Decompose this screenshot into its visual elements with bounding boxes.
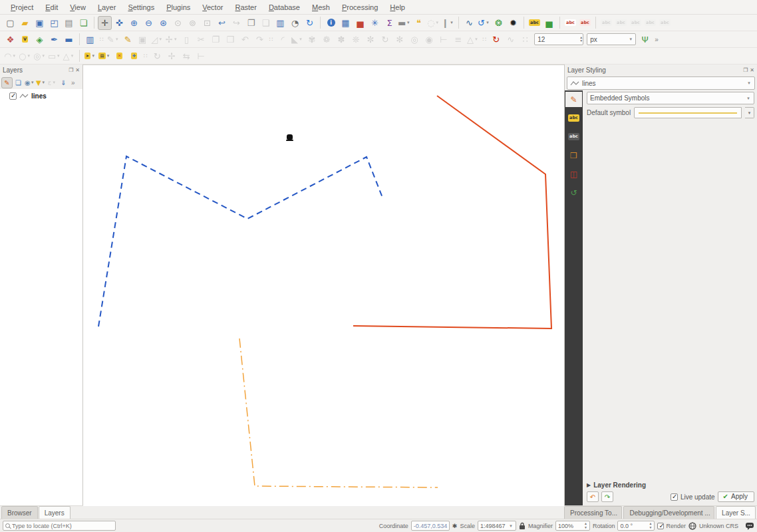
tab-layer-s[interactable]: Layer S... xyxy=(716,506,756,519)
new-virtual-layer-icon[interactable]: ▬ xyxy=(62,33,76,47)
change-label-properties-icon[interactable]: abc xyxy=(658,16,672,30)
close-icon[interactable]: ✕ xyxy=(75,67,80,73)
undo-icon[interactable]: ↶ xyxy=(238,33,252,47)
zoom-native-icon[interactable]: ⊡ xyxy=(200,16,214,30)
python-console-icon[interactable]: ∿ xyxy=(462,16,476,30)
measure-line-icon[interactable]: ▬▾ xyxy=(397,16,411,30)
toolbar-handle[interactable]: ∷ xyxy=(269,36,273,43)
show-statistics-icon[interactable]: Σ xyxy=(382,16,396,30)
undock-icon[interactable]: ❐ xyxy=(743,67,748,73)
style-undo-button[interactable]: ↶ xyxy=(587,491,599,502)
filter-legend-icon[interactable]: ▼▾ xyxy=(35,77,47,88)
history-tab[interactable]: ↺ xyxy=(565,185,582,200)
menu-raster[interactable]: Raster xyxy=(229,2,261,13)
filter-by-expression-icon[interactable]: ε▾ xyxy=(47,77,58,88)
symbol-dropdown-button[interactable]: ▾ xyxy=(745,107,754,118)
messages-icon[interactable] xyxy=(745,522,754,530)
layer-labeling-icon[interactable]: abc xyxy=(528,16,541,30)
enable-tracing-icon[interactable]: ◜ xyxy=(275,33,289,47)
coordinate-input[interactable]: -0.457,0.534 xyxy=(411,521,450,531)
vertex-tool-icon[interactable]: ◣▾ xyxy=(290,33,304,47)
simplify-feature-icon[interactable]: ✻ xyxy=(392,33,406,47)
cut-features-icon[interactable]: ✂ xyxy=(194,33,208,47)
smooth-feature-icon[interactable]: △▾ xyxy=(466,33,480,47)
move-label-icon[interactable]: abc xyxy=(629,16,643,30)
rotate-label-icon[interactable]: abc xyxy=(643,16,657,30)
layer-diagram-icon[interactable]: ▅ xyxy=(542,16,556,30)
dash-space-pattern-icon[interactable]: ∷ xyxy=(518,33,532,47)
default-symbol-preview[interactable] xyxy=(634,107,742,118)
undock-icon[interactable]: ❐ xyxy=(69,67,73,73)
draw-rectangle-icon[interactable]: ▭▾ xyxy=(47,49,61,63)
open-attribute-table-icon[interactable]: ▦ xyxy=(339,16,353,30)
text-annotation-icon[interactable]: ❙▾ xyxy=(441,16,455,30)
circular-string-icon[interactable]: ◠▾ xyxy=(3,49,17,63)
open-layer-styling-icon[interactable]: ✎ xyxy=(1,77,13,88)
merge-features-icon[interactable]: ❊ xyxy=(349,33,363,47)
layer-item-lines[interactable]: lines xyxy=(1,92,81,100)
menu-plugins[interactable]: Plugins xyxy=(161,2,196,13)
menu-mesh[interactable]: Mesh xyxy=(307,2,335,13)
save-layer-edits-icon[interactable]: ▣ xyxy=(136,33,150,47)
add-ring-icon[interactable]: ◎ xyxy=(407,33,421,47)
symbology-tab[interactable]: ✎ xyxy=(565,92,582,107)
rotate-feature-icon[interactable]: ↻ xyxy=(378,33,392,47)
show-hidden-labels-icon[interactable]: abc xyxy=(599,16,613,30)
layers-overflow-button[interactable]: » xyxy=(69,79,77,86)
highlight-pinned-labels-icon[interactable]: abc xyxy=(578,16,592,30)
live-update-toggle[interactable]: Live update xyxy=(671,493,715,501)
split-features-icon[interactable]: ❁ xyxy=(319,33,333,47)
style-manager-icon[interactable]: ❏ xyxy=(76,16,90,30)
temporal-controller-icon[interactable]: ◔ xyxy=(288,16,302,30)
new-project-icon[interactable]: ▢ xyxy=(3,16,17,30)
discard-edits-icon[interactable]: ↻ xyxy=(489,33,503,47)
add-feature-icon[interactable]: ◿▾ xyxy=(150,33,164,47)
new-annotation-icon[interactable]: ◌▾ xyxy=(426,16,440,30)
render-toggle[interactable]: Render xyxy=(657,523,686,529)
draw-ellipse-icon[interactable]: ◎▾ xyxy=(33,49,47,63)
save-project-as-icon[interactable]: ◰ xyxy=(47,16,61,30)
font-unit-combo[interactable]: px▾ xyxy=(587,33,636,45)
menu-layer[interactable]: Layer xyxy=(92,2,122,13)
apply-button[interactable]: ✔ Apply xyxy=(718,491,754,502)
menu-project[interactable]: Project xyxy=(5,2,39,13)
toolbar-handle[interactable]: ∷ xyxy=(144,53,148,59)
style-redo-button[interactable]: ↷ xyxy=(601,491,613,502)
menu-view[interactable]: View xyxy=(65,2,91,13)
toolbar-overflow-button[interactable]: » xyxy=(653,36,661,43)
magnifier-spin[interactable]: 100% ▲▼ xyxy=(555,521,590,531)
extents-toggle-icon[interactable]: ✱ xyxy=(452,523,458,529)
zoom-in-icon[interactable]: ⊕ xyxy=(127,16,141,30)
new-print-layout-icon[interactable]: ▤ xyxy=(62,16,76,30)
select-features-icon[interactable]: ➤▾ xyxy=(83,49,97,63)
tab-layers[interactable]: Layers xyxy=(39,506,71,519)
zoom-to-layer-icon[interactable]: ⊚ xyxy=(186,16,200,30)
rotate-point-symbols-icon[interactable]: ↻ xyxy=(150,49,164,63)
layer-rendering-section[interactable]: ▶ Layer Rendering xyxy=(587,481,754,489)
qgis-plugin-icon[interactable]: ❂ xyxy=(492,16,506,30)
pan-to-selection-icon[interactable]: ✜ xyxy=(112,16,126,30)
save-project-icon[interactable]: ▣ xyxy=(33,16,47,30)
delete-selected-icon[interactable]: ▯ xyxy=(180,33,194,47)
menu-database[interactable]: Database xyxy=(263,2,305,13)
styling-layer-select[interactable]: lines ▾ xyxy=(567,76,755,90)
diagrams-tab[interactable]: ◫ xyxy=(565,166,582,182)
tab-processing-to[interactable]: Processing To... xyxy=(564,506,622,519)
refresh-map-icon[interactable]: ↻ xyxy=(303,16,317,30)
offset-curve-icon[interactable]: ⊢ xyxy=(436,33,450,47)
3d-view-tab[interactable]: ❒ xyxy=(565,148,582,163)
merge-attributes-icon[interactable]: ✼ xyxy=(363,33,377,47)
lock-icon[interactable] xyxy=(519,522,526,530)
close-icon[interactable]: ✕ xyxy=(750,67,754,73)
expand-collapse-all-icon[interactable]: ⇓ xyxy=(58,77,69,88)
map-canvas[interactable] xyxy=(83,65,564,505)
new-map-view-icon[interactable]: ❐ xyxy=(244,16,258,30)
vertex-editor-icon[interactable]: ∿ xyxy=(504,33,518,47)
map-tips-icon[interactable]: ❝ xyxy=(412,16,426,30)
offset-point-symbols-icon[interactable]: ✢ xyxy=(165,49,179,63)
layer-visibility-checkbox[interactable] xyxy=(9,92,17,100)
menu-edit[interactable]: Edit xyxy=(40,2,63,13)
zoom-to-selection-icon[interactable]: ⊙ xyxy=(171,16,185,30)
draw-regular-polygon-icon[interactable]: △▾ xyxy=(62,49,76,63)
new-memory-layer-icon[interactable]: ▥ xyxy=(83,33,97,47)
